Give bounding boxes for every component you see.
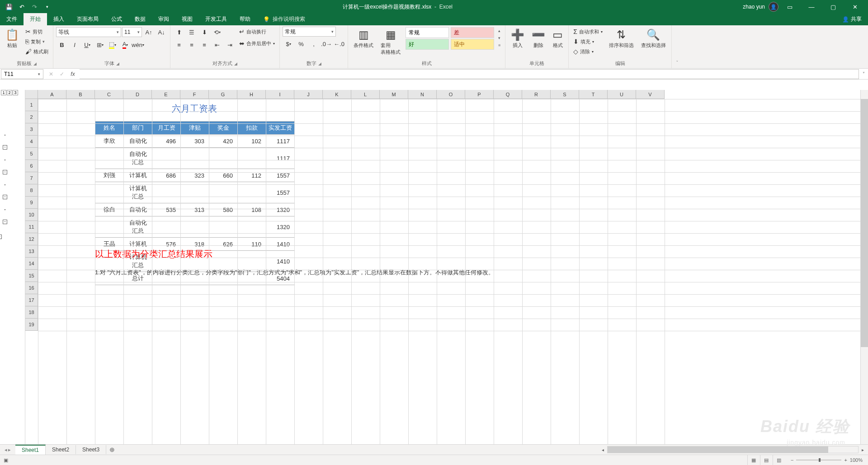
collapse-ribbon-icon[interactable]: ˇ [672, 25, 683, 68]
font-size-combo[interactable]: 11▾ [122, 27, 142, 37]
wrap-text-button[interactable]: ↵自动换行 [237, 27, 277, 37]
expand-formula-icon[interactable]: ˅ [859, 71, 868, 76]
column-header[interactable]: I [266, 90, 294, 99]
row-header[interactable]: 19 [25, 319, 38, 331]
paste-button[interactable]: 📋粘贴 [3, 27, 22, 51]
merge-center-button[interactable]: ⬌合并后居中▾ [237, 38, 277, 48]
phonetic-button[interactable]: wén▾ [132, 39, 144, 50]
add-sheet-icon[interactable]: ⊕ [106, 446, 118, 453]
font-launcher-icon[interactable]: ◢ [116, 61, 119, 66]
row-header[interactable]: 16 [25, 282, 38, 294]
ribbon-display-icon[interactable]: ▭ [779, 0, 800, 14]
column-header[interactable]: B [66, 90, 95, 99]
sheet-tab-2[interactable]: Sheet2 [46, 445, 76, 454]
zoom-level[interactable]: 100% [850, 457, 863, 463]
find-select-button[interactable]: 🔍查找和选择 [638, 27, 669, 51]
cancel-formula-icon[interactable]: ✕ [46, 71, 56, 77]
user-name[interactable]: zhao yun [743, 4, 768, 10]
redo-icon[interactable]: ↷ [29, 1, 40, 12]
fx-icon[interactable]: fx [68, 71, 78, 77]
column-header[interactable]: J [294, 90, 323, 99]
conditional-format-button[interactable]: ▥条件格式 [351, 27, 376, 51]
row-header[interactable]: 17 [25, 294, 38, 306]
row-header[interactable]: 3 [25, 123, 38, 136]
cut-button[interactable]: ✂剪切 [24, 27, 50, 37]
row-header[interactable]: 9 [25, 197, 38, 209]
tell-me-search[interactable]: 💡操作说明搜索 [257, 13, 311, 25]
column-header[interactable]: S [551, 90, 579, 99]
italic-button[interactable]: I [69, 39, 80, 50]
increase-font-icon[interactable]: A↑ [143, 27, 155, 38]
align-center-icon[interactable]: ≡ [186, 39, 198, 50]
qat-customize-icon[interactable]: ▾ [42, 1, 52, 12]
tab-view[interactable]: 视图 [175, 13, 199, 25]
format-painter-button[interactable]: 🖌格式刷 [24, 47, 50, 56]
clear-button[interactable]: ◇清除▾ [571, 47, 604, 56]
sheet-tab-3[interactable]: Sheet3 [76, 445, 106, 454]
column-header[interactable]: R [522, 90, 551, 99]
insert-cells-button[interactable]: ➕插入 [508, 27, 527, 51]
user-avatar-icon[interactable]: 👤 [769, 2, 778, 12]
column-header[interactable]: Q [494, 90, 522, 99]
close-icon[interactable]: ✕ [844, 0, 865, 14]
fill-button[interactable]: ⬇填充▾ [571, 37, 604, 47]
zoom-in-icon[interactable]: + [844, 457, 847, 463]
tab-dev[interactable]: 开发工具 [199, 13, 233, 25]
column-header[interactable]: V [636, 90, 665, 99]
alignment-launcher-icon[interactable]: ◢ [234, 61, 237, 66]
style-bad[interactable]: 差 [451, 27, 494, 38]
number-launcher-icon[interactable]: ◢ [318, 61, 321, 66]
select-all-button[interactable] [25, 90, 38, 99]
format-as-table-button[interactable]: ▦套用 表格格式 [378, 27, 403, 57]
vertical-scrollbar[interactable] [860, 90, 868, 444]
column-header[interactable]: K [323, 90, 351, 99]
row-header[interactable]: 10 [25, 209, 38, 221]
row-header[interactable]: 14 [25, 258, 38, 270]
style-neutral[interactable]: 适中 [451, 39, 494, 50]
style-normal[interactable]: 常规 [406, 27, 449, 38]
column-header[interactable]: T [579, 90, 608, 99]
save-icon[interactable]: 💾 [4, 1, 14, 12]
number-format-combo[interactable]: 常规▾ [283, 27, 336, 37]
align-bottom-icon[interactable]: ⬇ [198, 27, 210, 38]
horizontal-scrollbar[interactable]: ◂▸ [118, 446, 868, 453]
tab-insert[interactable]: 插入 [47, 13, 71, 25]
tab-help[interactable]: 帮助 [233, 13, 257, 25]
column-header[interactable]: G [209, 90, 237, 99]
row-header[interactable]: 4 [25, 136, 38, 148]
undo-icon[interactable]: ↶ [16, 1, 27, 12]
column-header[interactable]: N [408, 90, 437, 99]
orientation-icon[interactable]: ⟲▾ [211, 27, 223, 38]
row-header[interactable]: 5 [25, 148, 38, 160]
sort-filter-button[interactable]: ⇅排序和筛选 [606, 27, 637, 51]
outline-pane[interactable]: 123 −−−−− [0, 90, 25, 444]
column-header[interactable]: P [465, 90, 494, 99]
style-down-icon[interactable]: ▾ [498, 36, 500, 40]
align-left-icon[interactable]: ≡ [173, 39, 185, 50]
align-middle-icon[interactable]: ☰ [186, 27, 198, 38]
clipboard-launcher-icon[interactable]: ◢ [33, 61, 37, 66]
column-header[interactable]: E [152, 90, 180, 99]
column-header[interactable]: A [38, 90, 66, 99]
row-header[interactable]: 11 [25, 221, 38, 233]
column-header[interactable]: F [180, 90, 209, 99]
minimize-icon[interactable]: — [801, 0, 822, 14]
format-cells-button[interactable]: ▭格式 [550, 27, 566, 51]
worksheet-grid[interactable]: ABCDEFGHIJKLMNOPQRSTUV 12345678910111213… [25, 90, 868, 444]
fill-color-button[interactable]: ⬚▾ [107, 39, 118, 50]
page-break-view-icon[interactable]: ▥ [773, 455, 785, 465]
row-header[interactable]: 18 [25, 306, 38, 319]
tab-review[interactable]: 审阅 [152, 13, 175, 25]
zoom-slider[interactable] [796, 460, 841, 460]
formula-input[interactable] [80, 69, 859, 79]
font-name-combo[interactable]: 等线▾ [56, 27, 121, 37]
percent-icon[interactable]: % [295, 38, 307, 49]
bold-button[interactable]: B [56, 39, 68, 50]
row-header[interactable]: 12 [25, 233, 38, 245]
comma-icon[interactable]: , [308, 38, 320, 49]
font-color-button[interactable]: A▾ [119, 39, 131, 50]
column-header[interactable]: M [380, 90, 408, 99]
decrease-indent-icon[interactable]: ⇤ [211, 39, 223, 50]
name-box[interactable]: T11▾ [1, 69, 43, 79]
autosum-button[interactable]: Σ自动求和▾ [571, 27, 604, 37]
